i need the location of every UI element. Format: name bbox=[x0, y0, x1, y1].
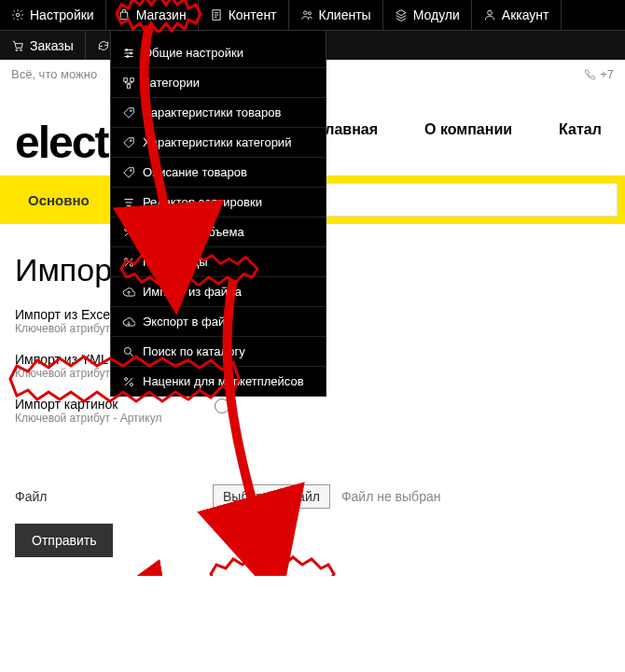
svg-point-4 bbox=[487, 10, 492, 15]
person-icon bbox=[483, 8, 496, 21]
tree-icon bbox=[122, 77, 135, 90]
percent-icon bbox=[122, 226, 135, 239]
nav-settings[interactable]: Настройки bbox=[0, 0, 106, 30]
percent-icon bbox=[122, 375, 135, 388]
opt-images-title: Импорт картинок bbox=[15, 397, 207, 412]
sort-icon bbox=[122, 196, 135, 209]
dd-import-file[interactable]: Импорт из файла bbox=[111, 276, 326, 306]
dd-volume-discounts[interactable]: Скидки от объема bbox=[111, 217, 326, 246]
shop-dropdown: Общие настройки Категории Характеристики… bbox=[110, 30, 326, 397]
file-label: Файл bbox=[15, 489, 201, 504]
nav-shop-label: Магазин bbox=[136, 7, 187, 22]
sitenav-catalog[interactable]: Катал bbox=[559, 121, 602, 138]
sitenav-about[interactable]: О компании bbox=[424, 121, 512, 138]
svg-point-15 bbox=[130, 169, 132, 171]
svg-point-5 bbox=[16, 49, 18, 50]
svg-rect-11 bbox=[131, 77, 134, 81]
nav-account[interactable]: Аккаунт bbox=[472, 0, 562, 30]
dd-categories[interactable]: Категории bbox=[111, 67, 326, 97]
bag-icon bbox=[118, 8, 131, 21]
svg-point-21 bbox=[125, 377, 128, 380]
cloud-download-icon bbox=[122, 315, 135, 329]
opt-images-radio[interactable] bbox=[215, 399, 229, 413]
phone-icon bbox=[583, 68, 596, 81]
nav-modules-label: Модули bbox=[413, 7, 460, 22]
svg-point-3 bbox=[308, 12, 311, 15]
nav-clients-label: Клиенты bbox=[319, 7, 371, 22]
tag-icon bbox=[122, 106, 135, 119]
search-icon bbox=[122, 345, 135, 358]
cart-icon bbox=[11, 39, 24, 52]
svg-point-17 bbox=[130, 233, 132, 236]
yellow-tab[interactable]: Основно bbox=[0, 192, 118, 208]
cloud-upload-icon bbox=[122, 286, 135, 299]
svg-point-22 bbox=[130, 383, 132, 385]
svg-point-13 bbox=[130, 109, 132, 111]
info-slogan: Всё, что можно bbox=[11, 67, 97, 81]
svg-rect-10 bbox=[124, 77, 128, 81]
svg-point-6 bbox=[21, 49, 22, 50]
nav-shop[interactable]: Магазин bbox=[106, 0, 199, 30]
subnav-orders-label: Заказы bbox=[30, 38, 74, 53]
nav-content-label: Контент bbox=[229, 7, 277, 22]
document-icon bbox=[210, 8, 223, 21]
svg-point-18 bbox=[125, 258, 128, 260]
nav-account-label: Аккаунт bbox=[502, 7, 549, 22]
dd-product-desc[interactable]: Описание товаров bbox=[111, 157, 326, 187]
file-status: Файл не выбран bbox=[341, 489, 441, 504]
dd-product-attrs[interactable]: Характеристики товаров bbox=[111, 97, 326, 127]
nav-modules[interactable]: Модули bbox=[383, 0, 472, 30]
refresh-icon bbox=[97, 39, 110, 52]
dd-sort-editor[interactable]: Редактор сортировки bbox=[111, 187, 326, 217]
dd-promocodes[interactable]: Промокоды bbox=[111, 246, 326, 276]
gear-icon bbox=[11, 8, 24, 21]
dd-marketplace-markup[interactable]: Наценки для маркетплейсов bbox=[111, 366, 326, 396]
tag-icon bbox=[122, 136, 135, 149]
dd-export-file[interactable]: Экспорт в файл bbox=[111, 306, 326, 336]
nav-settings-label: Настройки bbox=[30, 7, 94, 22]
dd-category-attrs[interactable]: Характеристики категорий bbox=[111, 127, 326, 157]
svg-point-0 bbox=[16, 13, 20, 17]
percent-icon bbox=[122, 256, 135, 269]
sliders-icon bbox=[122, 47, 135, 60]
dd-catalog-search[interactable]: Поиск по каталогу bbox=[111, 336, 326, 366]
svg-point-16 bbox=[125, 228, 128, 231]
choose-file-button[interactable]: Выберите файл bbox=[213, 484, 330, 509]
svg-point-2 bbox=[303, 11, 307, 14]
layers-icon bbox=[395, 8, 408, 21]
svg-rect-12 bbox=[127, 84, 131, 88]
nav-content[interactable]: Контент bbox=[199, 0, 289, 30]
submit-button[interactable]: Отправить bbox=[15, 524, 113, 557]
tag-icon bbox=[122, 166, 135, 179]
dd-general-settings[interactable]: Общие настройки bbox=[111, 31, 326, 67]
svg-point-19 bbox=[130, 263, 132, 266]
opt-images-sub: Ключевой атрибут - Артикул bbox=[15, 412, 207, 425]
people-icon bbox=[300, 8, 313, 21]
nav-clients[interactable]: Клиенты bbox=[289, 0, 383, 30]
subnav-orders[interactable]: Заказы bbox=[0, 31, 86, 60]
svg-point-14 bbox=[130, 139, 132, 141]
info-phone: +7 bbox=[583, 67, 614, 81]
